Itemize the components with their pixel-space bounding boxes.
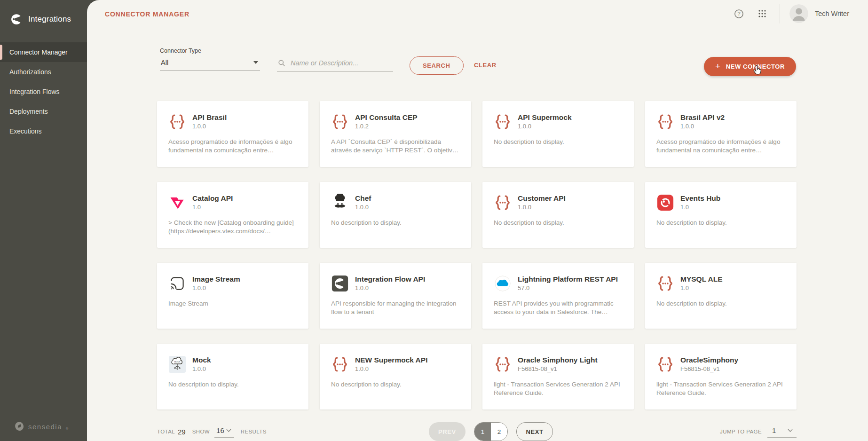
- caret-down-icon: [253, 61, 258, 64]
- new-connector-button[interactable]: + NEW CONNECTOR: [704, 57, 796, 76]
- connector-version: 1.0.0: [680, 123, 725, 130]
- events-hub-icon: [656, 194, 674, 212]
- connector-card[interactable]: NEW Supermock API 1.0.0 No description t…: [320, 344, 471, 410]
- connector-card[interactable]: Catalog API 1.0 > Check the new [Catalog…: [157, 182, 308, 248]
- connector-description: A API `Consulta CEP` é disponibilizada a…: [331, 138, 460, 155]
- connector-card[interactable]: Customer API 1.0.0 No description to dis…: [482, 182, 634, 248]
- apps-grid-icon[interactable]: [756, 8, 768, 20]
- jump-value: 1: [772, 426, 786, 434]
- results-label: RESULTS: [241, 429, 267, 434]
- connector-card[interactable]: Brasil API v2 1.0.0 Acesso programático …: [645, 101, 797, 167]
- sensedia-logo-icon: [14, 421, 24, 432]
- sidebar-item-integration-flows[interactable]: Integration Flows: [0, 82, 87, 102]
- api-braces-icon: [656, 355, 674, 373]
- new-connector-label: NEW CONNECTOR: [726, 63, 785, 70]
- api-braces-icon: [656, 113, 674, 131]
- page-title: CONNECTOR MANAGER: [105, 10, 189, 18]
- connector-card[interactable]: API Brasil 1.0.0 Acesso programático de …: [157, 101, 308, 167]
- api-braces-icon: [494, 113, 512, 131]
- chevron-down-icon: [226, 427, 231, 432]
- search-input[interactable]: [290, 59, 392, 67]
- sensedia-footer-logo: sensedia ®: [14, 421, 68, 432]
- connector-description: No description to display.: [168, 380, 297, 389]
- connector-version: 1.0.2: [355, 123, 418, 130]
- brand-name: Integrations: [28, 15, 71, 24]
- next-button[interactable]: NEXT: [516, 422, 553, 441]
- sensedia-wordmark: sensedia: [28, 423, 62, 431]
- connector-title: Integration Flow API: [355, 275, 425, 284]
- jump-page-select[interactable]: 1: [767, 425, 797, 438]
- connector-title: NEW Supermock API: [355, 355, 427, 364]
- connector-grid: API Brasil 1.0.0 Acesso programático de …: [157, 101, 797, 410]
- sidebar-item-connector-manager[interactable]: Connector Manager: [0, 42, 87, 62]
- connector-card[interactable]: API Supermock 1.0.0 No description to di…: [482, 101, 634, 167]
- sidebar-item-authorizations[interactable]: Authorizations: [0, 62, 87, 82]
- sidebar-item-deployments[interactable]: Deployments: [0, 102, 87, 121]
- connector-card[interactable]: Lightning Platform REST API 57.0 REST AP…: [482, 263, 634, 329]
- connector-card[interactable]: Chef 1.0.0 No description to display.: [320, 182, 471, 248]
- search-icon: [278, 59, 285, 67]
- page-button-1[interactable]: 1: [474, 423, 491, 441]
- connector-title: Chef: [355, 194, 371, 203]
- pager: PREV 1 2 NEXT: [429, 422, 553, 441]
- connector-title: Mock: [192, 355, 211, 364]
- salesforce-icon: [494, 275, 512, 292]
- api-braces-icon: [331, 355, 349, 373]
- connector-card[interactable]: API Consulta CEP 1.0.2 A API `Consulta C…: [320, 101, 471, 167]
- connector-card[interactable]: Image Stream 1.0.0 Image Stream: [157, 263, 308, 329]
- connector-card[interactable]: MYSQL ALE 1.0 No description to display.: [645, 263, 797, 329]
- page-group: 1 2: [474, 422, 508, 441]
- connector-title: OracleSimphony: [680, 355, 738, 364]
- connector-description: No description to display.: [494, 138, 623, 146]
- connector-version: 1.0.0: [355, 284, 425, 291]
- search-button[interactable]: SEARCH: [410, 56, 464, 75]
- chef-icon: [331, 194, 349, 212]
- connector-title: API Brasil: [192, 113, 227, 122]
- connector-description: No description to display.: [656, 299, 785, 308]
- connector-type-select[interactable]: All: [160, 57, 260, 71]
- search-field[interactable]: [277, 57, 393, 72]
- connector-title: Customer API: [518, 194, 566, 203]
- connector-card[interactable]: Events Hub 1.0 No description to display…: [645, 182, 797, 248]
- show-per-page-select[interactable]: 16: [214, 425, 234, 438]
- clear-button[interactable]: CLEAR: [474, 62, 497, 69]
- prev-button[interactable]: PREV: [429, 422, 466, 441]
- user-name: Tech Writer: [815, 10, 849, 17]
- connector-description: No description to display.: [331, 219, 460, 227]
- results-summary: TOTAL 29 SHOW 16 RESULTS: [157, 421, 267, 441]
- sidebar-item-executions[interactable]: Executions: [0, 121, 87, 141]
- connector-card[interactable]: Oracle Simphony Light F56815-08_v1 light…: [482, 344, 634, 410]
- connector-description: light - Transaction Services Generation …: [494, 380, 623, 397]
- jump-to-page: JUMP TO PAGE 1: [720, 421, 797, 441]
- connector-version: 1.0.0: [355, 365, 427, 372]
- connector-version: 1.0.0: [192, 365, 211, 372]
- connector-version: F56815-08_v1: [680, 365, 738, 372]
- integrations-logo-icon: [9, 12, 24, 26]
- connector-card[interactable]: Integration Flow API 1.0.0 API responsib…: [320, 263, 471, 329]
- pagination-bar: TOTAL 29 SHOW 16 RESULTS PREV 1 2 NEXT J…: [157, 421, 797, 441]
- connector-title: Lightning Platform REST API: [518, 275, 618, 284]
- show-value: 16: [216, 426, 224, 434]
- connector-version: 1.0.0: [518, 123, 572, 130]
- mock-cloud-icon: MOCK: [168, 355, 186, 373]
- total-value: 29: [178, 428, 186, 436]
- api-braces-icon: [168, 113, 186, 131]
- registered-mark: ®: [66, 427, 68, 432]
- jump-label: JUMP TO PAGE: [720, 429, 762, 434]
- main-content: CONNECTOR MANAGER ? Tech Writer: [87, 0, 868, 441]
- connector-version: F56815-08_v1: [518, 365, 598, 372]
- avatar[interactable]: [789, 4, 808, 23]
- connector-description: > Check the new [Catalog onboarding guid…: [168, 219, 297, 236]
- api-braces-icon: [494, 194, 512, 212]
- connector-card[interactable]: OracleSimphony F56815-08_v1 light - Tran…: [645, 344, 797, 410]
- svg-text:MOCK: MOCK: [174, 361, 181, 363]
- help-icon[interactable]: ?: [732, 7, 746, 21]
- connector-title: Catalog API: [192, 194, 233, 203]
- page-button-2[interactable]: 2: [491, 423, 507, 441]
- connector-version: 1.0: [680, 204, 720, 211]
- api-braces-icon: [656, 275, 674, 292]
- connector-card[interactable]: MOCK Mock 1.0.0 No description to displa…: [157, 344, 308, 410]
- connector-type-label: Connector Type: [160, 47, 201, 54]
- connector-title: Brasil API v2: [680, 113, 725, 122]
- connector-description: Acesso programático de informações é alg…: [656, 138, 785, 155]
